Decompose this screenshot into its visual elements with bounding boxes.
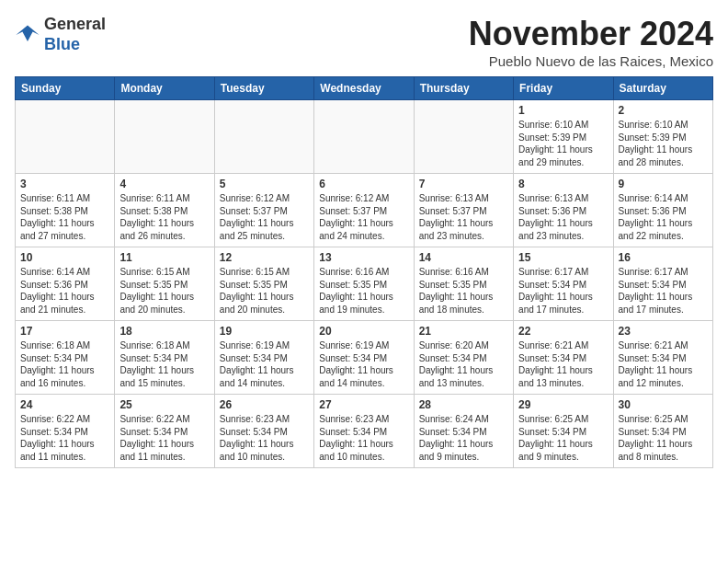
week-row-1: 1Sunrise: 6:10 AMSunset: 5:39 PMDaylight… bbox=[16, 100, 713, 174]
calendar-cell bbox=[314, 100, 414, 174]
calendar-cell: 18Sunrise: 6:18 AMSunset: 5:34 PMDayligh… bbox=[115, 321, 214, 395]
calendar-cell: 12Sunrise: 6:15 AMSunset: 5:35 PMDayligh… bbox=[214, 247, 313, 321]
logo-blue: Blue bbox=[44, 35, 80, 53]
calendar-cell: 25Sunrise: 6:22 AMSunset: 5:34 PMDayligh… bbox=[115, 395, 214, 468]
day-number: 13 bbox=[319, 251, 408, 264]
day-number: 11 bbox=[119, 251, 209, 264]
cell-content: Sunrise: 6:25 AMSunset: 5:34 PMDaylight:… bbox=[518, 413, 608, 463]
day-number: 5 bbox=[220, 178, 309, 190]
day-number: 19 bbox=[220, 325, 309, 338]
cell-content: Sunrise: 6:16 AMSunset: 5:35 PMDaylight:… bbox=[419, 266, 508, 316]
calendar-cell bbox=[414, 100, 513, 174]
calendar-cell: 2Sunrise: 6:10 AMSunset: 5:39 PMDaylight… bbox=[613, 100, 712, 174]
calendar-cell: 22Sunrise: 6:21 AMSunset: 5:34 PMDayligh… bbox=[514, 321, 613, 395]
weekday-header-tuesday: Tuesday bbox=[214, 77, 313, 100]
cell-content: Sunrise: 6:11 AMSunset: 5:38 PMDaylight:… bbox=[119, 192, 209, 242]
month-title: November 2024 bbox=[469, 15, 713, 53]
calendar-cell: 10Sunrise: 6:14 AMSunset: 5:36 PMDayligh… bbox=[16, 247, 115, 321]
weekday-header-wednesday: Wednesday bbox=[314, 77, 414, 100]
cell-content: Sunrise: 6:12 AMSunset: 5:37 PMDaylight:… bbox=[319, 192, 408, 242]
calendar-cell: 24Sunrise: 6:22 AMSunset: 5:34 PMDayligh… bbox=[16, 395, 115, 468]
day-number: 24 bbox=[20, 398, 109, 411]
cell-content: Sunrise: 6:19 AMSunset: 5:34 PMDaylight:… bbox=[220, 339, 309, 389]
day-number: 25 bbox=[119, 398, 209, 411]
weekday-header-saturday: Saturday bbox=[613, 77, 712, 100]
logo-text: General Blue bbox=[44, 15, 106, 54]
calendar-cell: 5Sunrise: 6:12 AMSunset: 5:37 PMDaylight… bbox=[214, 174, 313, 247]
cell-content: Sunrise: 6:13 AMSunset: 5:37 PMDaylight:… bbox=[419, 192, 508, 242]
day-number: 29 bbox=[518, 398, 608, 411]
cell-content: Sunrise: 6:22 AMSunset: 5:34 PMDaylight:… bbox=[119, 413, 209, 463]
calendar-cell: 19Sunrise: 6:19 AMSunset: 5:34 PMDayligh… bbox=[214, 321, 313, 395]
calendar-cell: 21Sunrise: 6:20 AMSunset: 5:34 PMDayligh… bbox=[414, 321, 513, 395]
cell-content: Sunrise: 6:18 AMSunset: 5:34 PMDaylight:… bbox=[20, 339, 109, 389]
cell-content: Sunrise: 6:10 AMSunset: 5:39 PMDaylight:… bbox=[518, 119, 608, 168]
weekday-header-thursday: Thursday bbox=[414, 77, 513, 100]
cell-content: Sunrise: 6:10 AMSunset: 5:39 PMDaylight:… bbox=[619, 119, 708, 168]
logo: General Blue bbox=[15, 15, 106, 54]
calendar-cell: 14Sunrise: 6:16 AMSunset: 5:35 PMDayligh… bbox=[414, 247, 513, 321]
cell-content: Sunrise: 6:23 AMSunset: 5:34 PMDaylight:… bbox=[319, 413, 408, 463]
cell-content: Sunrise: 6:17 AMSunset: 5:34 PMDaylight:… bbox=[619, 266, 708, 316]
day-number: 2 bbox=[619, 104, 708, 117]
calendar-header: SundayMondayTuesdayWednesdayThursdayFrid… bbox=[16, 77, 713, 100]
calendar-cell: 1Sunrise: 6:10 AMSunset: 5:39 PMDaylight… bbox=[514, 100, 613, 174]
cell-content: Sunrise: 6:11 AMSunset: 5:38 PMDaylight:… bbox=[20, 192, 109, 242]
cell-content: Sunrise: 6:20 AMSunset: 5:34 PMDaylight:… bbox=[419, 339, 508, 389]
day-number: 9 bbox=[619, 178, 708, 190]
calendar-cell: 6Sunrise: 6:12 AMSunset: 5:37 PMDaylight… bbox=[314, 174, 414, 247]
day-number: 10 bbox=[20, 251, 109, 264]
cell-content: Sunrise: 6:22 AMSunset: 5:34 PMDaylight:… bbox=[20, 413, 109, 463]
cell-content: Sunrise: 6:15 AMSunset: 5:35 PMDaylight:… bbox=[119, 266, 209, 316]
calendar-cell: 4Sunrise: 6:11 AMSunset: 5:38 PMDaylight… bbox=[115, 174, 214, 247]
calendar-cell: 20Sunrise: 6:19 AMSunset: 5:34 PMDayligh… bbox=[314, 321, 414, 395]
day-number: 28 bbox=[419, 398, 508, 411]
week-row-4: 17Sunrise: 6:18 AMSunset: 5:34 PMDayligh… bbox=[16, 321, 713, 395]
day-number: 22 bbox=[518, 325, 608, 338]
day-number: 30 bbox=[619, 398, 708, 411]
calendar-cell: 3Sunrise: 6:11 AMSunset: 5:38 PMDaylight… bbox=[16, 174, 115, 247]
calendar-cell: 13Sunrise: 6:16 AMSunset: 5:35 PMDayligh… bbox=[314, 247, 414, 321]
cell-content: Sunrise: 6:16 AMSunset: 5:35 PMDaylight:… bbox=[319, 266, 408, 316]
svg-marker-0 bbox=[16, 25, 39, 41]
week-row-2: 3Sunrise: 6:11 AMSunset: 5:38 PMDaylight… bbox=[16, 174, 713, 247]
cell-content: Sunrise: 6:12 AMSunset: 5:37 PMDaylight:… bbox=[220, 192, 309, 242]
cell-content: Sunrise: 6:21 AMSunset: 5:34 PMDaylight:… bbox=[619, 339, 708, 389]
cell-content: Sunrise: 6:14 AMSunset: 5:36 PMDaylight:… bbox=[20, 266, 109, 316]
day-number: 8 bbox=[518, 178, 608, 190]
day-number: 3 bbox=[20, 178, 109, 190]
cell-content: Sunrise: 6:18 AMSunset: 5:34 PMDaylight:… bbox=[119, 339, 209, 389]
weekday-row: SundayMondayTuesdayWednesdayThursdayFrid… bbox=[16, 77, 713, 100]
location: Pueblo Nuevo de las Raices, Mexico bbox=[469, 53, 713, 69]
day-number: 7 bbox=[419, 178, 508, 190]
day-number: 27 bbox=[319, 398, 408, 411]
day-number: 23 bbox=[619, 325, 708, 338]
cell-content: Sunrise: 6:21 AMSunset: 5:34 PMDaylight:… bbox=[518, 339, 608, 389]
calendar-cell: 8Sunrise: 6:13 AMSunset: 5:36 PMDaylight… bbox=[514, 174, 613, 247]
cell-content: Sunrise: 6:19 AMSunset: 5:34 PMDaylight:… bbox=[319, 339, 408, 389]
calendar-cell: 26Sunrise: 6:23 AMSunset: 5:34 PMDayligh… bbox=[214, 395, 313, 468]
calendar-body: 1Sunrise: 6:10 AMSunset: 5:39 PMDaylight… bbox=[16, 100, 713, 468]
day-number: 4 bbox=[119, 178, 209, 190]
day-number: 15 bbox=[518, 251, 608, 264]
calendar-cell bbox=[115, 100, 214, 174]
calendar-cell: 30Sunrise: 6:25 AMSunset: 5:34 PMDayligh… bbox=[613, 395, 712, 468]
day-number: 17 bbox=[20, 325, 109, 338]
cell-content: Sunrise: 6:13 AMSunset: 5:36 PMDaylight:… bbox=[518, 192, 608, 242]
day-number: 12 bbox=[220, 251, 309, 264]
calendar-cell: 7Sunrise: 6:13 AMSunset: 5:37 PMDaylight… bbox=[414, 174, 513, 247]
day-number: 1 bbox=[518, 104, 608, 117]
week-row-3: 10Sunrise: 6:14 AMSunset: 5:36 PMDayligh… bbox=[16, 247, 713, 321]
weekday-header-monday: Monday bbox=[115, 77, 214, 100]
calendar-table: SundayMondayTuesdayWednesdayThursdayFrid… bbox=[15, 76, 713, 468]
calendar-cell bbox=[214, 100, 313, 174]
day-number: 26 bbox=[220, 398, 309, 411]
day-number: 20 bbox=[319, 325, 408, 338]
calendar-cell: 9Sunrise: 6:14 AMSunset: 5:36 PMDaylight… bbox=[613, 174, 712, 247]
weekday-header-friday: Friday bbox=[514, 77, 613, 100]
calendar-cell: 29Sunrise: 6:25 AMSunset: 5:34 PMDayligh… bbox=[514, 395, 613, 468]
cell-content: Sunrise: 6:25 AMSunset: 5:34 PMDaylight:… bbox=[619, 413, 708, 463]
calendar-cell: 11Sunrise: 6:15 AMSunset: 5:35 PMDayligh… bbox=[115, 247, 214, 321]
title-block: November 2024 Pueblo Nuevo de las Raices… bbox=[469, 15, 713, 69]
calendar-cell: 16Sunrise: 6:17 AMSunset: 5:34 PMDayligh… bbox=[613, 247, 712, 321]
